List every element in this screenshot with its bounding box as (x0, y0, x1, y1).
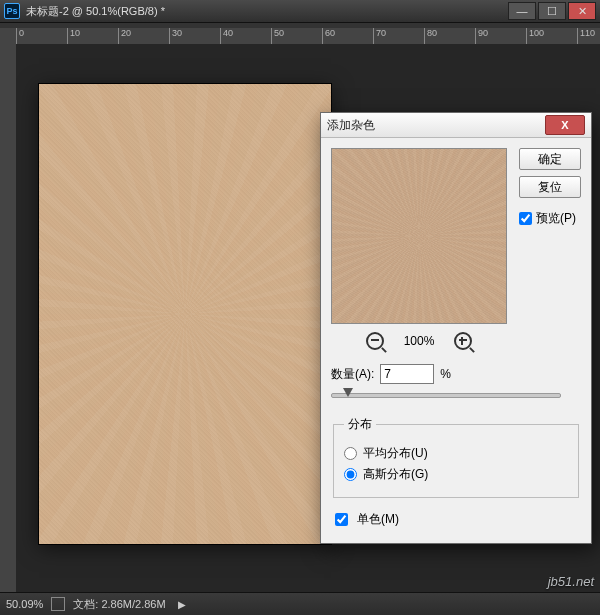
dialog-close-button[interactable]: X (545, 115, 585, 135)
monochrome-checkbox[interactable] (335, 513, 348, 526)
statusbar: 50.09% 文档: 2.86M/2.86M ▶ (0, 592, 600, 615)
preview-zoom-controls: 100% (331, 332, 507, 350)
dialog-titlebar: 添加杂色 X (321, 113, 591, 138)
distribution-legend: 分布 (344, 416, 376, 433)
dialog-title: 添加杂色 (327, 117, 375, 134)
ruler-tick: 30 (169, 28, 220, 44)
distribution-group: 分布 平均分布(U) 高斯分布(G) (333, 416, 579, 498)
status-arrow-icon[interactable]: ▶ (178, 599, 186, 610)
ruler-tick: 0 (16, 28, 67, 44)
uniform-radio[interactable] (344, 447, 357, 460)
document-title: 未标题-2 @ 50.1%(RGB/8) * (26, 4, 165, 19)
amount-label: 数量(A): (331, 366, 374, 383)
watermark: jb51.net (548, 574, 594, 589)
app-icon: Ps (4, 3, 20, 19)
close-window-button[interactable]: ✕ (568, 2, 596, 20)
amount-unit: % (440, 367, 451, 381)
ruler-tick: 10 (67, 28, 118, 44)
gaussian-radio-label: 高斯分布(G) (363, 466, 428, 483)
ruler-tick: 100 (526, 28, 577, 44)
ruler-tick: 90 (475, 28, 526, 44)
canvas-content (39, 84, 331, 544)
amount-slider[interactable] (331, 388, 561, 402)
amount-row: 数量(A): % (331, 364, 581, 384)
preview-checkbox-row[interactable]: 预览(P) (519, 210, 581, 227)
ruler-tick: 40 (220, 28, 271, 44)
ruler-tick: 50 (271, 28, 322, 44)
photoshop-window: Ps 未标题-2 @ 50.1%(RGB/8) * — ☐ ✕ 01020304… (0, 0, 600, 615)
uniform-radio-row[interactable]: 平均分布(U) (344, 445, 568, 462)
amount-input[interactable] (380, 364, 434, 384)
preview-zoom-value: 100% (404, 334, 435, 348)
preview-checkbox[interactable] (519, 212, 532, 225)
zoom-in-icon[interactable] (454, 332, 472, 350)
reset-button[interactable]: 复位 (519, 176, 581, 198)
gaussian-radio[interactable] (344, 468, 357, 481)
preview-checkbox-label: 预览(P) (536, 210, 576, 227)
titlebar: Ps 未标题-2 @ 50.1%(RGB/8) * — ☐ ✕ (0, 0, 600, 23)
noise-preview[interactable] (331, 148, 507, 324)
minimize-button[interactable]: — (508, 2, 536, 20)
doc-size-value: 2.86M/2.86M (101, 598, 165, 610)
ruler-tick: 80 (424, 28, 475, 44)
expand-icon[interactable] (51, 597, 65, 611)
dialog-button-column: 确定 复位 预览(P) (519, 148, 581, 227)
zoom-out-icon[interactable] (366, 332, 384, 350)
monochrome-label: 单色(M) (357, 511, 399, 528)
noise-preview-image (332, 149, 506, 323)
uniform-radio-label: 平均分布(U) (363, 445, 428, 462)
ruler-horizontal: 0102030405060708090100110120 (16, 28, 600, 45)
gaussian-radio-row[interactable]: 高斯分布(G) (344, 466, 568, 483)
ruler-vertical (0, 28, 17, 593)
status-zoom: 50.09% (6, 598, 43, 610)
ruler-tick: 20 (118, 28, 169, 44)
add-noise-dialog: 添加杂色 X 100% 确定 复位 预览(P) 数量(A (320, 112, 592, 544)
maximize-button[interactable]: ☐ (538, 2, 566, 20)
doc-size-label: 文档: (73, 598, 98, 610)
ruler-tick: 70 (373, 28, 424, 44)
canvas[interactable] (39, 84, 331, 544)
monochrome-row[interactable]: 单色(M) (331, 510, 581, 529)
ok-button[interactable]: 确定 (519, 148, 581, 170)
ruler-tick: 60 (322, 28, 373, 44)
ruler-tick: 110 (577, 28, 600, 44)
amount-slider-thumb[interactable] (343, 388, 353, 397)
